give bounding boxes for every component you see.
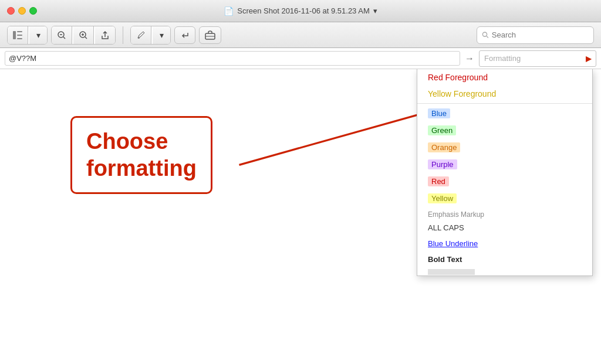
formula-arrow: → bbox=[465, 53, 474, 64]
window-title-text: Screen Shot 2016-11-06 at 9.51.23 AM bbox=[237, 6, 370, 15]
pen-button[interactable] bbox=[131, 26, 151, 44]
sidebar-icon bbox=[13, 31, 22, 39]
content-area: Choose formatting Red Foreground Yellow … bbox=[0, 69, 601, 364]
blue-underline-label: Blue Underline bbox=[428, 239, 478, 248]
briefcase-icon bbox=[205, 30, 215, 40]
minimize-button[interactable] bbox=[18, 7, 26, 15]
menu-item-bold-text[interactable]: Bold Text bbox=[417, 251, 592, 267]
allcaps-label: ALL CAPS bbox=[428, 223, 464, 232]
window-title: 📄 Screen Shot 2016-11-06 at 9.51.23 AM ▾ bbox=[224, 6, 377, 16]
pen-icon bbox=[136, 30, 146, 40]
blue-badge: Blue bbox=[428, 108, 450, 118]
svg-line-10 bbox=[85, 37, 87, 39]
divider-1 bbox=[417, 103, 592, 104]
menu-item-red[interactable]: Red bbox=[417, 173, 592, 190]
search-icon bbox=[482, 31, 489, 39]
zoom-controls bbox=[51, 26, 116, 45]
return-button[interactable] bbox=[174, 26, 195, 44]
formatting-dropdown-menu: Red Foreground Yellow Foreground Blue Gr… bbox=[417, 69, 593, 276]
choose-box-text: Choose formatting bbox=[86, 128, 197, 182]
partial-item-bar bbox=[428, 269, 475, 275]
edit-controls: ▾ bbox=[130, 26, 171, 45]
search-bar[interactable] bbox=[477, 26, 594, 44]
zoom-in-button[interactable] bbox=[73, 26, 94, 44]
menu-item-blue-underline[interactable]: Blue Underline bbox=[417, 236, 592, 251]
toolbar: ▾ bbox=[0, 22, 601, 48]
purple-badge: Purple bbox=[428, 159, 457, 169]
menu-item-purple[interactable]: Purple bbox=[417, 156, 592, 173]
svg-point-14 bbox=[482, 32, 487, 36]
svg-line-6 bbox=[63, 37, 65, 39]
green-badge: Green bbox=[428, 125, 456, 135]
orange-badge: Orange bbox=[428, 142, 460, 152]
zoom-out-icon bbox=[57, 30, 66, 40]
svg-line-15 bbox=[487, 36, 488, 38]
red-badge: Red bbox=[428, 176, 449, 186]
svg-rect-1 bbox=[17, 31, 22, 32]
formatting-placeholder: Formatting bbox=[484, 54, 586, 63]
yellow-badge: Yellow bbox=[428, 193, 457, 203]
menu-item-blue[interactable]: Blue bbox=[417, 105, 592, 122]
document-icon: 📄 bbox=[224, 6, 234, 16]
traffic-lights bbox=[7, 7, 37, 15]
menu-item-green[interactable]: Green bbox=[417, 122, 592, 139]
formula-bar: → Formatting ▸ bbox=[0, 48, 601, 69]
zoom-button[interactable] bbox=[29, 7, 37, 15]
sidebar-dropdown-button[interactable]: ▾ bbox=[29, 26, 47, 44]
menu-item-yellow-foreground[interactable]: Yellow Foreground bbox=[417, 86, 592, 102]
yellow-foreground-label: Yellow Foreground bbox=[428, 89, 496, 98]
red-arrow-indicator: ▸ bbox=[586, 52, 591, 65]
menu-item-partial bbox=[417, 267, 592, 275]
menu-item-orange[interactable]: Orange bbox=[417, 139, 592, 156]
briefcase-button[interactable] bbox=[199, 26, 221, 44]
share-icon bbox=[100, 30, 110, 40]
choose-formatting-box: Choose formatting bbox=[70, 116, 212, 194]
toolbar-separator bbox=[123, 26, 123, 44]
formatting-dropdown[interactable]: Formatting ▸ bbox=[479, 50, 596, 67]
choose-line2: formatting bbox=[86, 156, 197, 181]
titlebar: 📄 Screen Shot 2016-11-06 at 9.51.23 AM ▾ bbox=[0, 0, 601, 22]
share-button[interactable] bbox=[95, 26, 115, 44]
main-area: → Formatting ▸ Choose formatting bbox=[0, 48, 601, 364]
zoom-in-icon bbox=[79, 30, 88, 40]
choose-line1: Choose bbox=[86, 129, 168, 154]
search-input[interactable] bbox=[492, 30, 589, 39]
bold-text-label: Bold Text bbox=[428, 255, 462, 264]
pen-dropdown-button[interactable]: ▾ bbox=[153, 26, 170, 44]
red-foreground-label: Red Foreground bbox=[428, 73, 488, 82]
menu-item-yellow[interactable]: Yellow bbox=[417, 190, 592, 207]
zoom-out-button[interactable] bbox=[52, 26, 72, 44]
menu-item-allcaps[interactable]: ALL CAPS bbox=[417, 220, 592, 236]
emphasis-markup-header: Emphasis Markup bbox=[417, 207, 592, 220]
return-icon bbox=[180, 30, 190, 40]
svg-rect-2 bbox=[17, 35, 22, 36]
svg-rect-0 bbox=[13, 31, 16, 39]
close-button[interactable] bbox=[7, 7, 15, 15]
svg-rect-3 bbox=[17, 38, 22, 39]
sidebar-toggle-button[interactable] bbox=[8, 26, 28, 44]
formula-input[interactable] bbox=[5, 51, 460, 66]
title-dropdown-arrow[interactable]: ▾ bbox=[373, 6, 377, 15]
view-controls: ▾ bbox=[7, 26, 48, 45]
menu-item-red-foreground[interactable]: Red Foreground bbox=[417, 69, 592, 86]
